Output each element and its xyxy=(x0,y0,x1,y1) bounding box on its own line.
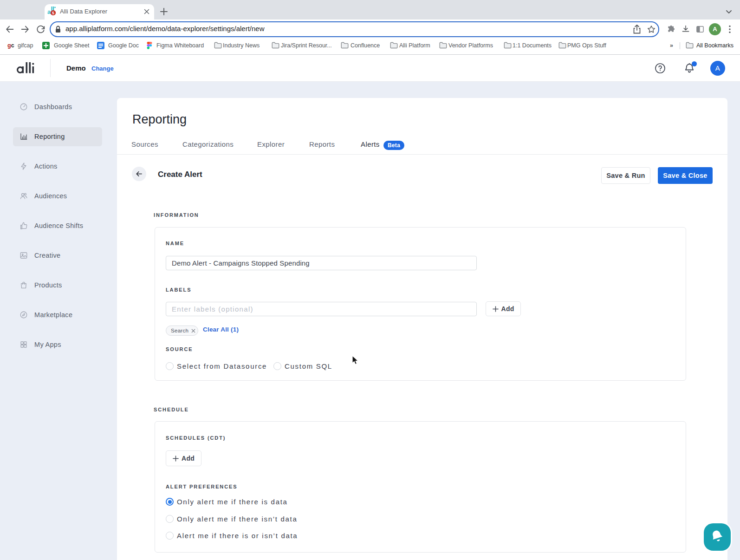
svg-text:a: a xyxy=(47,8,51,15)
svg-text:5: 5 xyxy=(52,11,54,15)
